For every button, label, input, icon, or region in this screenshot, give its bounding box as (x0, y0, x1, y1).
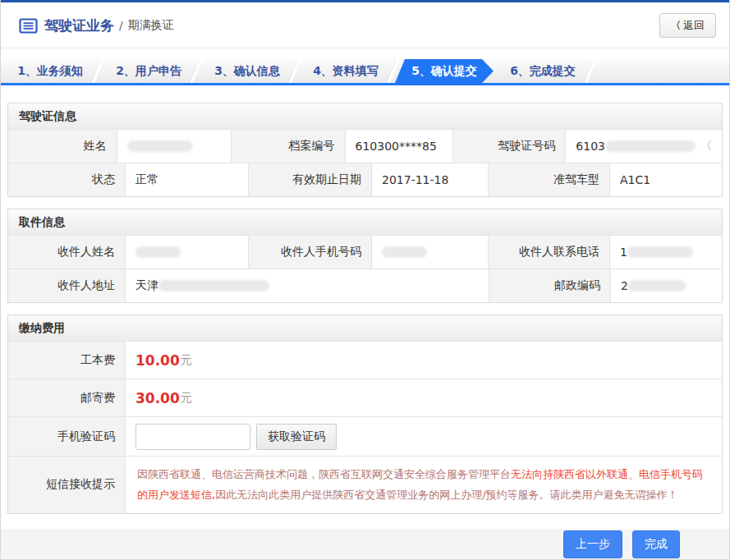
name-value (117, 130, 231, 163)
notice-text-part3: 因此无法向此类用户提供陕西省交通管理业务的网上办理/预约等服务。请此类用户避免无… (215, 489, 677, 501)
back-button[interactable]: 〈 返回 (659, 13, 716, 38)
footer-action-bar: 上一步 完成 (1, 529, 729, 559)
recipient-name-value (125, 236, 248, 269)
license-number-suffix: 〈 (700, 139, 712, 154)
fee-unit: 元 (181, 353, 192, 368)
table-row: 收件人地址 天津 邮政编码 2 (8, 269, 722, 302)
recipient-tel-value: 1 (609, 236, 722, 269)
redaction-blur (135, 246, 181, 258)
file-number-value: 610300****85 (345, 130, 453, 163)
redaction-blur (627, 246, 693, 258)
sms-code-field-cell: 获取验证码 (125, 417, 722, 456)
license-section-title: 驾驶证信息 (8, 103, 722, 129)
postage-fee-value: 30.00 元 (125, 379, 722, 416)
fees-section: 缴纳费用 工本费 10.00 元 邮寄费 30.00 元 手机验证码 (7, 314, 723, 514)
name-label: 姓名 (8, 130, 117, 163)
step-progress-bar: 1、业务须知 2、用户申告 3、确认信息 4、资料填写 5、确认提交 6、完成提… (1, 59, 729, 85)
breadcrumb-separator: / (119, 19, 123, 32)
sms-code-input[interactable] (135, 424, 250, 450)
recipient-address-prefix: 天津 (135, 278, 158, 293)
recipient-tel-prefix: 1 (620, 246, 627, 259)
page-container: 驾驶证业务 / 期满换证 〈 返回 1、业务须知 2、用户申告 3、确认信息 4… (0, 0, 730, 560)
license-info-section: 驾驶证信息 姓名 档案编号 610300****85 驾驶证号码 6103 〈 … (7, 103, 723, 197)
table-row: 状态 正常 有效期止日期 2017-11-18 准驾车型 A1C1 (8, 163, 722, 196)
redaction-blur (158, 280, 269, 291)
main-content: 驾驶证信息 姓名 档案编号 610300****85 驾驶证号码 6103 〈 … (1, 85, 729, 526)
expiry-date-label: 有效期止日期 (248, 163, 371, 196)
step-item-complete-submit: 6、完成提交 (494, 59, 592, 83)
step-item-user-declaration: 2、用户申告 (99, 59, 198, 83)
page-subtitle: 期满换证 (128, 18, 174, 33)
previous-step-button[interactable]: 上一步 (563, 530, 622, 558)
recipient-address-label: 收件人地址 (8, 269, 125, 302)
table-row: 手机验证码 获取验证码 (8, 416, 722, 456)
list-card-icon (19, 18, 38, 34)
postal-code-value: 2 (610, 269, 722, 302)
table-row: 工本费 10.00 元 (8, 341, 722, 379)
redaction-blur (628, 280, 686, 291)
back-button-label: 返回 (683, 18, 705, 33)
recipient-mobile-label: 收件人手机号码 (248, 236, 371, 269)
sms-code-label: 手机验证码 (8, 417, 125, 456)
finish-button[interactable]: 完成 (632, 530, 680, 558)
page-header: 驾驶证业务 / 期满换证 〈 返回 (1, 2, 729, 48)
postal-code-prefix: 2 (621, 279, 628, 292)
table-row: 姓名 档案编号 610300****85 驾驶证号码 6103 〈 (8, 129, 722, 163)
recipient-mobile-value (371, 236, 488, 269)
recipient-tel-label: 收件人联系电话 (488, 236, 609, 269)
license-number-value: 6103 〈 (565, 130, 722, 163)
step-item-confirm-info: 3、确认信息 (198, 59, 296, 83)
recipient-name-label: 收件人姓名 (8, 236, 125, 269)
license-number-label: 驾驶证号码 (452, 130, 565, 163)
sms-notice-label: 短信接收提示 (8, 457, 125, 513)
page-title: 驾驶证业务 (44, 16, 114, 35)
fee-unit: 元 (181, 391, 192, 406)
production-fee-value: 10.00 元 (125, 342, 722, 379)
status-value: 正常 (125, 163, 248, 196)
table-row: 邮寄费 30.00 元 (8, 379, 722, 416)
production-fee-amount: 10.00 (135, 352, 180, 369)
fees-section-title: 缴纳费用 (8, 315, 722, 341)
postage-fee-label: 邮寄费 (8, 379, 125, 416)
pickup-info-section: 取件信息 收件人姓名 收件人手机号码 收件人联系电话 1 收件人地址 天津 邮政… (7, 209, 723, 303)
sms-notice-text: 因陕西省联通、电信运营商技术问题，陕西省互联网交通安全综合服务管理平台无法向持陕… (125, 457, 722, 513)
redaction-blur (605, 140, 696, 152)
recipient-address-value: 天津 (125, 269, 489, 302)
step-item-business-notice: 1、业务须知 (1, 59, 99, 83)
vehicle-class-label: 准驾车型 (488, 163, 609, 196)
file-number-label: 档案编号 (231, 130, 345, 163)
redaction-blur (382, 246, 427, 258)
production-fee-label: 工本费 (8, 342, 125, 379)
table-row: 短信接收提示 因陕西省联通、电信运营商技术问题，陕西省互联网交通安全综合服务管理… (8, 456, 722, 513)
table-row: 收件人姓名 收件人手机号码 收件人联系电话 1 (8, 235, 722, 269)
expiry-date-value: 2017-11-18 (371, 163, 488, 196)
status-label: 状态 (8, 163, 125, 196)
get-code-button[interactable]: 获取验证码 (256, 424, 337, 450)
chevron-left-icon: 〈 (671, 19, 681, 33)
redaction-blur (127, 140, 193, 152)
step-item-fill-data: 4、资料填写 (296, 59, 395, 83)
pickup-section-title: 取件信息 (8, 209, 722, 235)
postage-fee-amount: 30.00 (135, 390, 180, 406)
postal-code-label: 邮政编码 (489, 269, 610, 302)
notice-text-part1: 因陕西省联通、电信运营商技术问题，陕西省互联网交通安全综合服务管理平台 (137, 468, 511, 480)
step-item-confirm-submit-active: 5、确认提交 (395, 59, 494, 83)
vehicle-class-value: A1C1 (609, 163, 722, 196)
license-number-prefix: 6103 (576, 140, 605, 153)
